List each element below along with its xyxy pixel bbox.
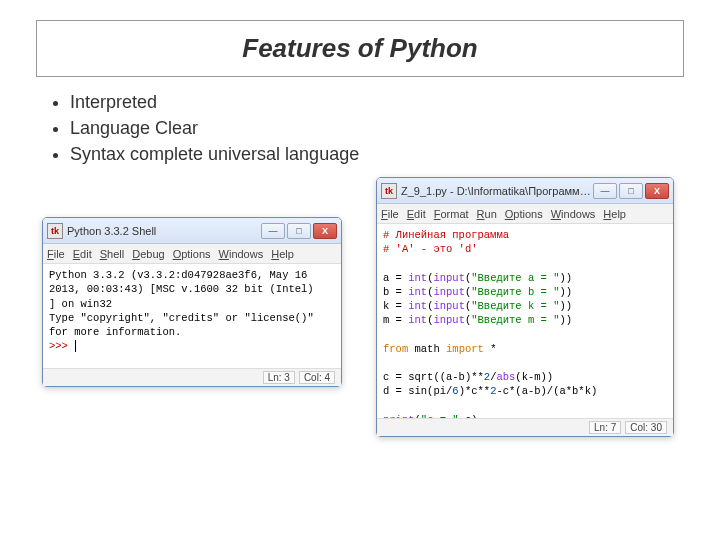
title-box: Features of Python <box>36 20 684 77</box>
menu-edit[interactable]: Edit <box>73 248 92 260</box>
menu-windows[interactable]: Windows <box>551 208 596 220</box>
status-line: Ln: 7 <box>589 421 621 434</box>
window-controls: — □ X <box>593 183 669 199</box>
menubar: File Edit Format Run Options Windows Hel… <box>377 204 673 224</box>
close-button[interactable]: X <box>313 223 337 239</box>
menu-file[interactable]: File <box>47 248 65 260</box>
tk-icon: tk <box>381 183 397 199</box>
screenshots-area: tk Python 3.3.2 Shell — □ X File Edit Sh… <box>0 177 720 477</box>
editor-window: tk Z_9_1.py - D:\Informatika\Программы_P… <box>376 177 674 437</box>
tk-icon: tk <box>47 223 63 239</box>
menu-shell[interactable]: Shell <box>100 248 124 260</box>
bullet-list: Interpreted Language Clear Syntax comple… <box>60 89 684 167</box>
status-col: Col: 30 <box>625 421 667 434</box>
menu-options[interactable]: Options <box>173 248 211 260</box>
caret-icon <box>75 340 76 352</box>
menubar: File Edit Shell Debug Options Windows He… <box>43 244 341 264</box>
menu-debug[interactable]: Debug <box>132 248 164 260</box>
window-controls: — □ X <box>261 223 337 239</box>
minimize-button[interactable]: — <box>593 183 617 199</box>
prompt: >>> <box>49 340 74 352</box>
menu-help[interactable]: Help <box>603 208 626 220</box>
menu-windows[interactable]: Windows <box>219 248 264 260</box>
editor-content[interactable]: # Линейная программа # 'A' - это 'd' a =… <box>377 224 673 418</box>
statusbar: Ln: 3 Col: 4 <box>43 368 341 386</box>
bullet-item: Syntax complete universal language <box>70 141 684 167</box>
bullet-item: Language Clear <box>70 115 684 141</box>
menu-run[interactable]: Run <box>477 208 497 220</box>
menu-format[interactable]: Format <box>434 208 469 220</box>
status-col: Col: 4 <box>299 371 335 384</box>
status-line: Ln: 3 <box>263 371 295 384</box>
statusbar: Ln: 7 Col: 30 <box>377 418 673 436</box>
python-shell-window: tk Python 3.3.2 Shell — □ X File Edit Sh… <box>42 217 342 387</box>
window-title: Z_9_1.py - D:\Informatika\Программы_Py… <box>401 185 593 197</box>
maximize-button[interactable]: □ <box>619 183 643 199</box>
slide-title: Features of Python <box>57 33 663 64</box>
bullet-item: Interpreted <box>70 89 684 115</box>
shell-output[interactable]: Python 3.3.2 (v3.3.2:d047928ae3f6, May 1… <box>43 264 341 368</box>
close-button[interactable]: X <box>645 183 669 199</box>
titlebar[interactable]: tk Python 3.3.2 Shell — □ X <box>43 218 341 244</box>
menu-options[interactable]: Options <box>505 208 543 220</box>
menu-file[interactable]: File <box>381 208 399 220</box>
menu-edit[interactable]: Edit <box>407 208 426 220</box>
titlebar[interactable]: tk Z_9_1.py - D:\Informatika\Программы_P… <box>377 178 673 204</box>
minimize-button[interactable]: — <box>261 223 285 239</box>
menu-help[interactable]: Help <box>271 248 294 260</box>
maximize-button[interactable]: □ <box>287 223 311 239</box>
window-title: Python 3.3.2 Shell <box>67 225 261 237</box>
